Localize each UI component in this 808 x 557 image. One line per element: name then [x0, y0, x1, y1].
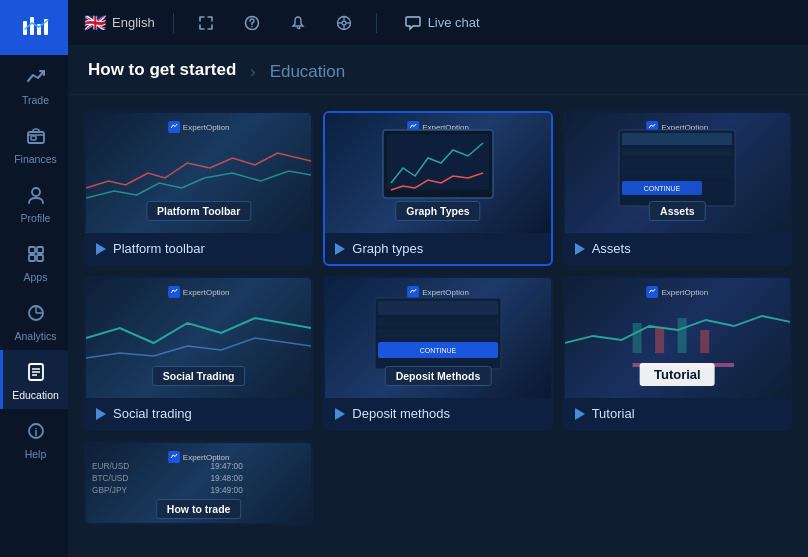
play-icon-tutorial — [575, 408, 585, 420]
video-thumb-assets: ExpertOption CONTINUE — [565, 113, 790, 233]
app-logo[interactable] — [0, 0, 68, 55]
svg-text:CONTINUE: CONTINUE — [644, 185, 681, 192]
education-icon — [26, 362, 46, 385]
brand-watermark-6: ExpertOption — [646, 286, 708, 298]
video-info-tutorial: Tutorial — [565, 398, 790, 429]
svg-text:19:48:00: 19:48:00 — [211, 473, 244, 483]
thumb-label-deposit-methods: Deposit Methods — [385, 366, 492, 386]
topbar-separator-1 — [173, 13, 174, 33]
sidebar: Trade Finances Profile — [0, 0, 68, 557]
notification-button[interactable] — [284, 9, 312, 37]
sidebar-item-profile[interactable]: Profile — [0, 173, 68, 232]
tab-education[interactable]: Education — [270, 62, 346, 82]
sidebar-item-analytics[interactable]: Analytics — [0, 291, 68, 350]
video-grid-bottom: ExpertOption EUR/USD BTC/USD GBP/JPY 19:… — [68, 441, 808, 541]
live-chat-button[interactable]: Live chat — [395, 10, 490, 36]
video-thumb-how-to-trade: ExpertOption EUR/USD BTC/USD GBP/JPY 19:… — [86, 443, 311, 523]
sidebar-item-label-apps: Apps — [24, 271, 48, 283]
sidebar-item-help[interactable]: i Help — [0, 409, 68, 468]
play-icon-graph-types — [335, 243, 345, 255]
video-card-graph-types[interactable]: ExpertOption Graph Types — [323, 111, 552, 266]
svg-text:19:47:00: 19:47:00 — [211, 461, 244, 471]
live-chat-label: Live chat — [428, 15, 480, 30]
fullscreen-button[interactable] — [192, 9, 220, 37]
video-card-tutorial[interactable]: ExpertOption Tutorial — [563, 276, 792, 431]
sidebar-item-label-help: Help — [25, 448, 47, 460]
svg-text:BTC/USD: BTC/USD — [92, 473, 128, 483]
question-icon-button[interactable] — [238, 9, 266, 37]
thumb-label-tutorial: Tutorial — [640, 363, 715, 386]
play-icon-platform-toolbar — [96, 243, 106, 255]
svg-rect-12 — [37, 255, 43, 261]
sidebar-item-education[interactable]: Education — [0, 350, 68, 409]
svg-text:i: i — [34, 426, 37, 438]
video-card-social-trading[interactable]: ExpertOption Social Trading Social tradi… — [84, 276, 313, 431]
flag-icon: 🇬🇧 — [84, 12, 106, 34]
apps-icon — [26, 244, 46, 267]
thumb-label-graph-types: Graph Types — [395, 201, 480, 221]
svg-rect-6 — [31, 136, 36, 140]
video-title-platform-toolbar: Platform toolbar — [113, 241, 205, 256]
svg-rect-2 — [30, 17, 34, 35]
svg-rect-9 — [29, 247, 35, 253]
svg-rect-37 — [622, 170, 732, 178]
video-title-social-trading: Social trading — [113, 406, 192, 421]
video-card-assets[interactable]: ExpertOption CONTINUE — [563, 111, 792, 266]
video-thumb-graph-types: ExpertOption Graph Types — [325, 113, 550, 233]
svg-point-8 — [32, 188, 40, 196]
video-card-platform-toolbar[interactable]: ExpertOption Platform Toolbar Platform t… — [84, 111, 313, 266]
svg-rect-43 — [378, 301, 498, 315]
brand-watermark-1: ExpertOption — [168, 121, 230, 133]
finances-icon — [26, 126, 46, 149]
svg-rect-45 — [378, 329, 498, 337]
video-info-social-trading: Social trading — [86, 398, 311, 429]
svg-rect-34 — [622, 133, 732, 145]
help-icon: i — [26, 421, 46, 444]
svg-rect-35 — [622, 148, 732, 156]
video-content: ExpertOption Platform Toolbar Platform t… — [68, 95, 808, 557]
video-grid: ExpertOption Platform Toolbar Platform t… — [68, 95, 808, 441]
trade-icon — [26, 67, 46, 90]
svg-rect-52 — [700, 330, 709, 353]
svg-rect-36 — [622, 159, 732, 167]
location-button[interactable] — [330, 9, 358, 37]
sidebar-item-trade[interactable]: Trade — [0, 55, 68, 114]
svg-point-21 — [251, 25, 253, 27]
video-info-platform-toolbar: Platform toolbar — [86, 233, 311, 264]
tabs-bar: How to get started › Education — [68, 46, 808, 95]
language-label: English — [112, 15, 155, 30]
svg-rect-11 — [29, 255, 35, 261]
video-info-graph-types: Graph types — [325, 233, 550, 264]
sidebar-nav: Trade Finances Profile — [0, 55, 68, 557]
svg-text:GBP/JPY: GBP/JPY — [92, 485, 127, 495]
brand-watermark-4: ExpertOption — [168, 286, 230, 298]
language-selector[interactable]: 🇬🇧 English — [84, 12, 155, 34]
main-content: 🇬🇧 English — [68, 0, 808, 557]
video-card-how-to-trade[interactable]: ExpertOption EUR/USD BTC/USD GBP/JPY 19:… — [84, 441, 313, 525]
video-info-assets: Assets — [565, 233, 790, 264]
video-thumb-social-trading: ExpertOption Social Trading — [86, 278, 311, 398]
svg-text:19:49:00: 19:49:00 — [211, 485, 244, 495]
svg-rect-51 — [677, 318, 686, 353]
video-thumb-deposit-methods: ExpertOption CONTINUE Deposit Methods — [325, 278, 550, 398]
svg-rect-44 — [378, 318, 498, 326]
video-thumb-platform-toolbar: ExpertOption Platform Toolbar — [86, 113, 311, 233]
thumb-label-how-to-trade: How to trade — [156, 499, 242, 519]
sidebar-item-label-finances: Finances — [14, 153, 57, 165]
topbar: 🇬🇧 English — [68, 0, 808, 46]
svg-point-23 — [342, 21, 346, 25]
svg-rect-10 — [37, 247, 43, 253]
video-card-deposit-methods[interactable]: ExpertOption CONTINUE Deposit Methods — [323, 276, 552, 431]
tab-how-to-get-started[interactable]: How to get started — [88, 60, 236, 84]
tab-separator: › — [250, 63, 255, 81]
sidebar-item-finances[interactable]: Finances — [0, 114, 68, 173]
sidebar-item-label-analytics: Analytics — [14, 330, 56, 342]
video-title-graph-types: Graph types — [352, 241, 423, 256]
video-thumb-tutorial: ExpertOption Tutorial — [565, 278, 790, 398]
svg-rect-50 — [655, 328, 664, 353]
play-icon-assets — [575, 243, 585, 255]
play-icon-deposit-methods — [335, 408, 345, 420]
svg-text:EUR/USD: EUR/USD — [92, 461, 129, 471]
sidebar-item-apps[interactable]: Apps — [0, 232, 68, 291]
svg-text:CONTINUE: CONTINUE — [420, 347, 457, 354]
